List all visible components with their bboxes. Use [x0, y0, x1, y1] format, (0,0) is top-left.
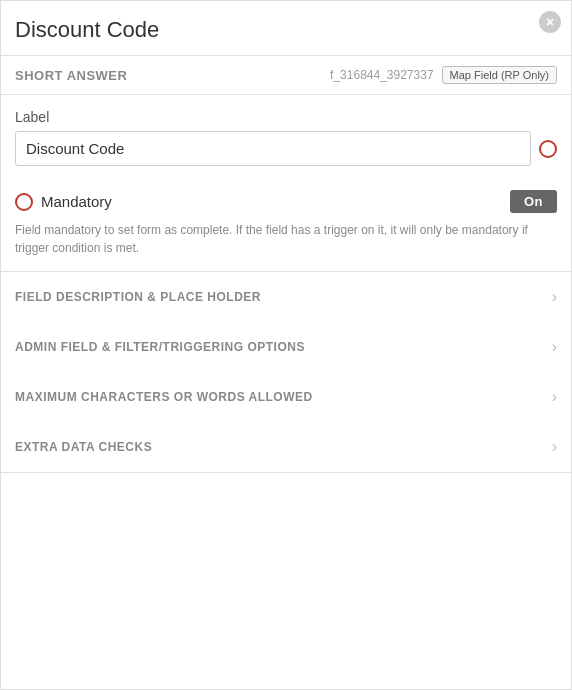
panel-title: Discount Code — [15, 17, 531, 43]
field-id-map-row: f_316844_3927337 Map Field (RP Only) — [330, 66, 557, 84]
required-indicator-icon — [539, 140, 557, 158]
label-input-row — [15, 131, 557, 166]
label-section: Label — [15, 109, 557, 166]
accordion-label-admin-field: ADMIN FIELD & FILTER/TRIGGERING OPTIONS — [15, 340, 305, 354]
panel-subheader: SHORT ANSWER f_316844_3927337 Map Field … — [1, 56, 571, 95]
panel-body: Label — [1, 95, 571, 166]
panel-header: Discount Code — [1, 1, 571, 56]
mandatory-row: Mandatory On — [15, 190, 557, 213]
accordion-item-field-description[interactable]: FIELD DESCRIPTION & PLACE HOLDER › — [1, 272, 571, 322]
mandatory-description: Field mandatory to set form as complete.… — [15, 221, 557, 257]
chevron-right-icon: › — [552, 388, 557, 406]
chevron-right-icon: › — [552, 338, 557, 356]
field-id: f_316844_3927337 — [330, 68, 433, 82]
close-button[interactable]: × — [539, 11, 561, 33]
map-field-button[interactable]: Map Field (RP Only) — [442, 66, 557, 84]
chevron-right-icon: › — [552, 438, 557, 456]
accordion-item-extra-data-checks[interactable]: EXTRA DATA CHECKS › — [1, 422, 571, 472]
mandatory-label: Mandatory — [41, 193, 112, 210]
accordion-label-extra-data-checks: EXTRA DATA CHECKS — [15, 440, 152, 454]
label-input[interactable] — [15, 131, 531, 166]
mandatory-left: Mandatory — [15, 193, 112, 211]
settings-panel: × Discount Code SHORT ANSWER f_316844_39… — [0, 0, 572, 690]
chevron-right-icon: › — [552, 288, 557, 306]
accordion-item-max-characters[interactable]: MAXIMUM CHARACTERS OR WORDS ALLOWED › — [1, 372, 571, 422]
accordion-section: FIELD DESCRIPTION & PLACE HOLDER › ADMIN… — [1, 272, 571, 473]
accordion-label-field-description: FIELD DESCRIPTION & PLACE HOLDER — [15, 290, 261, 304]
accordion-label-max-characters: MAXIMUM CHARACTERS OR WORDS ALLOWED — [15, 390, 313, 404]
accordion-item-admin-field[interactable]: ADMIN FIELD & FILTER/TRIGGERING OPTIONS … — [1, 322, 571, 372]
mandatory-section: Mandatory On Field mandatory to set form… — [1, 178, 571, 272]
mandatory-indicator-icon — [15, 193, 33, 211]
field-type-label: SHORT ANSWER — [15, 68, 127, 83]
label-field-label: Label — [15, 109, 557, 125]
mandatory-toggle[interactable]: On — [510, 190, 557, 213]
